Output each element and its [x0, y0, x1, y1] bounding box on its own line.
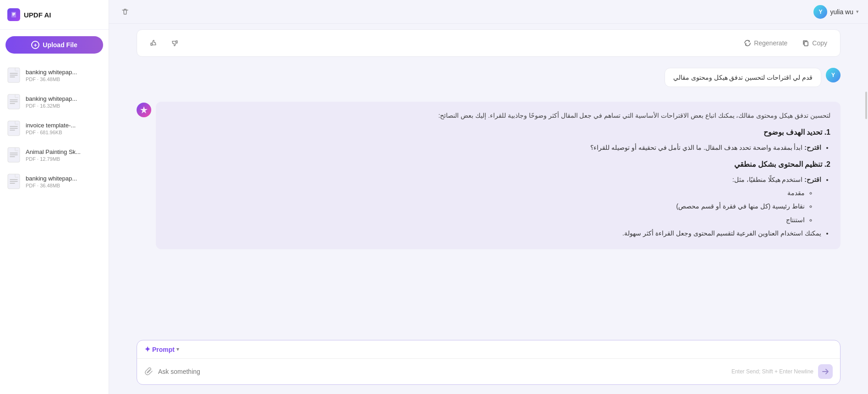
file-meta: PDF · 16.32MB	[26, 103, 102, 109]
attach-button[interactable]	[144, 367, 154, 376]
action-bar-right: Regenerate Copy	[740, 38, 831, 49]
thumbs-down-button[interactable]	[166, 37, 182, 49]
thumbs-up-icon	[150, 39, 158, 47]
user-name: yulia wu	[830, 8, 853, 16]
user-avatar-small: Y	[826, 68, 841, 82]
sidebar: UPDF AI + Upload File banking whitepap..…	[0, 0, 109, 394]
file-info: banking whitepap... PDF · 16.32MB	[26, 95, 102, 109]
file-name: Animal Painting Sk...	[26, 148, 102, 155]
file-name: banking whitepap...	[26, 69, 102, 76]
user-message-row: قدم لي اقتراحات لتحسين تدفق هيكل ومحتوى …	[137, 64, 841, 91]
file-name: banking whitepap...	[26, 95, 102, 102]
file-meta: PDF · 36.48MB	[26, 183, 102, 188]
prompt-chevron-icon: ▾	[176, 346, 179, 352]
file-list-item[interactable]: invoice template-... PDF · 681.96KB	[0, 115, 109, 142]
file-icon	[6, 173, 21, 190]
input-area: ✦ Prompt ▾ Enter Send; Shift + Enter New…	[137, 340, 841, 385]
file-list-item[interactable]: Animal Painting Sk... PDF · 12.79MB	[0, 142, 109, 168]
app-logo	[7, 8, 20, 21]
ai-section-2-list: اقترح: استخدم هيكلًا منطقيًا، مثل: مقدمة…	[166, 174, 830, 239]
ask-input[interactable]	[158, 368, 727, 375]
user-avatar: Y	[813, 5, 827, 19]
ai-bubble: لتحسين تدفق هيكل ومحتوى مقالك، يمكنك اتب…	[156, 102, 841, 249]
list-item: يمكنك استخدام العناوين الفرعية لتقسيم ال…	[166, 228, 821, 239]
file-list-item[interactable]: banking whitepap... PDF · 36.48MB	[0, 62, 109, 88]
prompt-label: Prompt	[152, 346, 175, 353]
send-icon	[822, 368, 829, 375]
file-info: invoice template-... PDF · 681.96KB	[26, 122, 102, 135]
ai-avatar	[137, 103, 151, 117]
topbar-left	[118, 5, 132, 19]
scroll-indicator	[865, 92, 867, 119]
file-info: banking whitepap... PDF · 36.48MB	[26, 69, 102, 82]
file-list-item[interactable]: banking whitepap... PDF · 36.48MB	[0, 168, 109, 195]
svg-rect-7	[804, 42, 808, 46]
file-name: banking whitepap...	[26, 175, 102, 182]
ai-section-1-title: 1. تحديد الهدف بوضوح	[166, 126, 830, 139]
action-bar: Regenerate Copy	[137, 29, 841, 57]
file-icon	[6, 66, 21, 84]
list-item: اقترح: استخدم هيكلًا منطقيًا، مثل:	[166, 174, 821, 186]
list-item: استنتاج	[166, 214, 805, 226]
topbar: Y yulia wu ▾	[109, 0, 868, 24]
trash-button[interactable]	[118, 5, 132, 19]
sub-list: مقدمة نقاط رئيسية (كل منها في فقرة أو قس…	[166, 187, 821, 226]
list-item: مقدمة	[166, 187, 805, 199]
file-info: banking whitepap... PDF · 36.48MB	[26, 175, 102, 188]
ai-message-row: لتحسين تدفق هيكل ومحتوى مقالك، يمكنك اتب…	[137, 98, 841, 253]
ai-intro: لتحسين تدفق هيكل ومحتوى مقالك، يمكنك اتب…	[166, 110, 830, 121]
file-meta: PDF · 681.96KB	[26, 130, 102, 135]
file-meta: PDF · 12.79MB	[26, 156, 102, 162]
copy-icon	[802, 39, 809, 47]
input-row: Enter Send; Shift + Enter Newline	[137, 359, 840, 384]
input-hint: Enter Send; Shift + Enter Newline	[731, 368, 813, 375]
prompt-bar: ✦ Prompt ▾	[137, 340, 840, 359]
ai-section-2-title: 2. تنظيم المحتوى بشكل منطقي	[166, 158, 830, 171]
action-bar-left	[146, 37, 182, 49]
file-meta: PDF · 36.48MB	[26, 77, 102, 82]
regenerate-icon	[744, 39, 751, 47]
upload-icon: +	[31, 41, 39, 49]
upload-button[interactable]: + Upload File	[5, 36, 103, 54]
file-list-item[interactable]: banking whitepap... PDF · 16.32MB	[0, 88, 109, 115]
chat-area: Regenerate Copy قدم لي اقتراحات لتحسين ت…	[109, 24, 868, 340]
prompt-sparkle-button[interactable]: ✦ Prompt ▾	[144, 345, 179, 354]
file-icon	[6, 93, 21, 110]
sidebar-header: UPDF AI	[0, 0, 109, 30]
user-bubble: قدم لي اقتراحات لتحسين تدفق هيكل ومحتوى …	[665, 68, 821, 87]
thumbs-up-button[interactable]	[146, 37, 162, 49]
svg-rect-5	[151, 43, 152, 45]
main-content: Y yulia wu ▾	[109, 0, 868, 394]
file-icon	[6, 146, 21, 164]
file-name: invoice template-...	[26, 122, 102, 129]
sparkle-icon: ✦	[144, 345, 150, 354]
attach-icon	[144, 367, 154, 376]
ai-section-1-list: اقترح: ابدأ بمقدمة واضحة تحدد هدف المقال…	[166, 142, 830, 153]
topbar-right: Y yulia wu ▾	[813, 5, 859, 19]
trash-icon	[121, 8, 129, 16]
send-button[interactable]	[818, 364, 833, 379]
file-list: banking whitepap... PDF · 36.48MB bankin…	[0, 60, 109, 394]
app-title: UPDF AI	[24, 11, 51, 19]
list-item: نقاط رئيسية (كل منها في فقرة أو قسم محصص…	[166, 201, 805, 212]
list-item: اقترح: ابدأ بمقدمة واضحة تحدد هدف المقال…	[166, 142, 821, 153]
copy-button[interactable]: Copy	[798, 38, 831, 49]
regenerate-button[interactable]: Regenerate	[740, 38, 791, 49]
file-icon	[6, 120, 21, 137]
user-menu-chevron[interactable]: ▾	[856, 9, 859, 15]
file-info: Animal Painting Sk... PDF · 12.79MB	[26, 148, 102, 162]
thumbs-down-icon	[170, 39, 178, 47]
svg-rect-6	[176, 41, 177, 43]
